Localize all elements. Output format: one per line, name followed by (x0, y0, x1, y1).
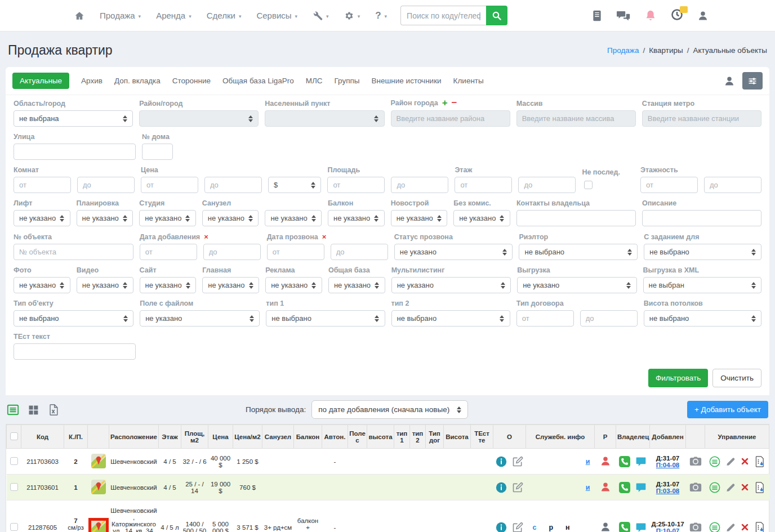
comment-icon[interactable] (635, 482, 647, 493)
clear-button[interactable]: Очистить (712, 369, 761, 387)
photo-select[interactable]: не указано (14, 277, 70, 293)
search-button[interactable] (486, 6, 507, 25)
area-to-input[interactable] (391, 177, 448, 193)
select-all-checkbox[interactable] (10, 432, 18, 440)
comment-icon[interactable] (635, 522, 647, 532)
profile-icon[interactable] (697, 10, 709, 21)
info-icon[interactable] (496, 482, 507, 493)
newbuild-select[interactable]: не указано (391, 210, 448, 226)
phone-icon[interactable] (619, 522, 630, 532)
floors-to-input[interactable] (704, 177, 761, 193)
add-object-button[interactable]: + Добавить объект (687, 401, 768, 418)
tab-mls[interactable]: МЛС (306, 77, 323, 85)
district-select[interactable] (139, 110, 259, 127)
tab-dop-vkladka[interactable]: Доп. вкладка (114, 77, 161, 85)
edit-icon[interactable] (725, 457, 736, 467)
site-select[interactable]: не указано (140, 277, 197, 293)
extra-select[interactable]: не указано (265, 210, 322, 226)
remove-district-button[interactable]: − (452, 98, 457, 108)
search-input[interactable] (400, 6, 486, 25)
rooms-from-input[interactable] (14, 177, 71, 193)
service-flag[interactable]: и (586, 458, 590, 466)
date-call-link[interactable]: П:10-07 (651, 527, 685, 532)
floor-to-input[interactable] (518, 177, 576, 193)
region-select[interactable]: не выбрана (14, 110, 133, 127)
metro-input[interactable] (642, 110, 761, 127)
details-icon[interactable] (709, 482, 720, 493)
messages-icon[interactable] (617, 9, 630, 23)
object-type-select[interactable]: не выбрано (14, 310, 133, 327)
bathroom-select[interactable]: не указано (202, 210, 259, 226)
object-id-input[interactable] (14, 244, 133, 260)
task-for-select[interactable]: не выбрано (644, 244, 761, 260)
edit-icon[interactable] (725, 482, 736, 493)
edit-note-icon[interactable] (512, 522, 523, 532)
excel-export-icon[interactable] (47, 404, 60, 416)
multilisting-select[interactable]: не указано (391, 277, 511, 293)
tab-klienty[interactable]: Клиенты (453, 77, 484, 85)
service-flag[interactable]: и (586, 484, 590, 491)
delete-icon[interactable] (741, 457, 749, 466)
realtor-select[interactable]: не выбрано (519, 244, 638, 260)
owner-person-icon[interactable] (600, 455, 611, 467)
delete-icon[interactable] (741, 483, 749, 491)
phone-icon[interactable] (619, 482, 630, 493)
delete-icon[interactable] (741, 523, 749, 531)
balcony-select[interactable]: не указано (328, 210, 385, 226)
call-status-select[interactable]: не указано (394, 244, 513, 260)
map-icon[interactable] (91, 480, 106, 494)
clear-date-added-button[interactable]: × (204, 233, 208, 241)
map-icon[interactable] (91, 454, 106, 468)
edit-note-icon[interactable] (512, 456, 523, 467)
upload-select[interactable]: не указано (517, 277, 636, 293)
test-text-input[interactable] (14, 343, 136, 360)
ceiling-select[interactable]: не выбрано (644, 310, 761, 327)
filter-button[interactable]: Фильтровать (648, 369, 708, 387)
tab-aktualnye[interactable]: Актуальные (12, 73, 69, 89)
date-call-link[interactable]: П:03-08 (651, 488, 685, 494)
date-call-to-input[interactable] (331, 244, 388, 260)
nav-menu-help[interactable]: ?▾ (375, 10, 387, 21)
camera-icon[interactable] (689, 521, 702, 532)
house-number-input[interactable] (142, 144, 173, 160)
filter-toggle-button[interactable] (742, 72, 763, 90)
type1-select[interactable]: не выбрано (266, 310, 385, 327)
main-select[interactable]: не указано (202, 277, 259, 293)
ads-select[interactable]: не указано (265, 277, 322, 293)
history-clock[interactable] (671, 8, 683, 23)
floors-from-input[interactable] (640, 177, 698, 193)
date-added-to-input[interactable] (203, 244, 261, 260)
owner-person-icon[interactable] (600, 481, 611, 493)
order-select[interactable]: по дате добавления (сначала новые) (311, 400, 468, 419)
not-last-checkbox[interactable] (584, 181, 593, 189)
description-input[interactable] (642, 210, 761, 226)
service-flag[interactable]: с (533, 524, 537, 531)
no-commission-select[interactable]: не указано (453, 210, 510, 226)
date-call-from-input[interactable] (267, 244, 324, 260)
export-doc-icon[interactable] (754, 482, 765, 493)
nav-menu-arenda[interactable]: Аренда▾ (156, 11, 191, 20)
tab-obshchaya-baza[interactable]: Общая база LigaPro (222, 77, 294, 85)
breadcrumb-prodazha[interactable]: Продажа (607, 46, 639, 55)
row-checkbox[interactable] (10, 523, 18, 531)
owner-person-icon[interactable] (600, 521, 611, 532)
details-icon[interactable] (709, 522, 720, 532)
details-icon[interactable] (709, 456, 720, 467)
edit-icon[interactable] (725, 522, 736, 532)
export-doc-icon[interactable] (754, 522, 765, 532)
export-doc-icon[interactable] (754, 456, 765, 467)
nav-home[interactable] (74, 11, 84, 21)
tab-gruppy[interactable]: Группы (335, 77, 360, 85)
info-icon[interactable] (496, 522, 507, 532)
nav-menu-servisy[interactable]: Сервисы▾ (256, 11, 297, 20)
tab-vneshnie[interactable]: Внешние источники (372, 77, 442, 85)
service-flag[interactable]: р (549, 524, 553, 531)
date-added-from-input[interactable] (140, 244, 197, 260)
studio-select[interactable]: не указано (139, 210, 196, 226)
camera-icon[interactable] (689, 481, 702, 493)
area-from-input[interactable] (327, 177, 385, 193)
tab-storonnie[interactable]: Сторонние (172, 77, 211, 85)
rooms-to-input[interactable] (77, 177, 135, 193)
phone-icon[interactable] (619, 456, 630, 467)
nav-menu-settings[interactable]: ▾ (344, 11, 360, 21)
